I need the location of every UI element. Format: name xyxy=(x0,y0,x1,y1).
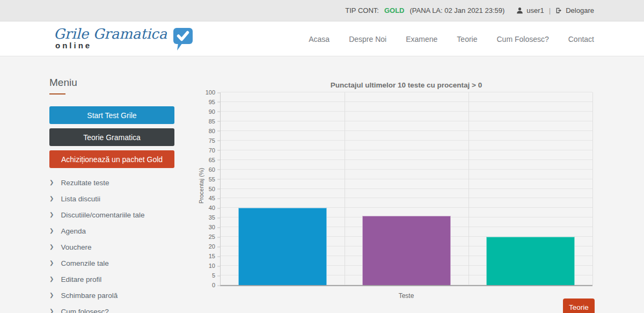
account-type-badge: GOLD xyxy=(384,6,405,14)
chart-bar xyxy=(486,237,574,285)
chart-ytick-label: 100 xyxy=(194,90,215,96)
chevron-right-icon: ❯ xyxy=(49,196,54,201)
account-info: TIP CONT: GOLD (PANA LA: 02 Jan 2021 23:… xyxy=(345,6,504,14)
chart-hgridline xyxy=(221,188,592,189)
chevron-right-icon: ❯ xyxy=(49,276,54,282)
chart-hgridline xyxy=(221,140,592,141)
username: user1 xyxy=(526,6,544,14)
chart-hgridline xyxy=(221,159,592,160)
chart-ytick-label: 0 xyxy=(194,282,215,288)
chart-bar xyxy=(238,208,326,285)
chart-title: Punctajul ultimelor 10 teste cu procenta… xyxy=(220,81,592,89)
nav-item-acasa[interactable]: Acasa xyxy=(309,35,330,43)
chart-ytick-label: 95 xyxy=(194,99,215,105)
sidebar-item-discutiile-comentariile-tale[interactable]: ❯Discutiile/comentariile tale xyxy=(49,207,174,223)
chart-ytick-label: 35 xyxy=(194,215,215,221)
chart-hgridline xyxy=(221,179,592,179)
nav-item-examene[interactable]: Examene xyxy=(406,35,437,43)
chart-ytick-label: 40 xyxy=(194,205,215,211)
chart-ytick-label: 5 xyxy=(194,273,215,279)
sidebar-item-lista-discutii[interactable]: ❯Lista discutii xyxy=(49,191,174,207)
sidebar-title: Meniu xyxy=(49,77,174,89)
speech-bubble-check-icon xyxy=(172,27,194,52)
chart-hgridline xyxy=(221,169,592,170)
nav-item-cum-folosesc[interactable]: Cum Folosesc? xyxy=(496,35,548,43)
chart-ytick-label: 25 xyxy=(194,234,215,240)
sidebar-item-schimbare-parola[interactable]: ❯Schimbare parolă xyxy=(49,287,174,303)
chart-hgridline xyxy=(221,130,592,131)
teorie-floating-button[interactable]: Teorie xyxy=(563,299,595,313)
chart-x-axis-label: Teste xyxy=(220,292,592,300)
page: TIP CONT: GOLD (PANA LA: 02 Jan 2021 23:… xyxy=(0,0,644,313)
sidebar: Meniu Start Test Grile Teorie Gramatica … xyxy=(49,77,174,313)
chart-ytick-label: 50 xyxy=(194,186,215,192)
chevron-right-icon: ❯ xyxy=(49,309,54,313)
account-label: TIP CONT: xyxy=(345,6,379,14)
chart-ytick-label: 30 xyxy=(194,224,215,230)
sidebar-item-cum-folosesc[interactable]: ❯Cum folosesc? xyxy=(49,303,174,313)
nav-item-contact[interactable]: Contact xyxy=(568,35,594,43)
start-test-grile-button[interactable]: Start Test Grile xyxy=(49,106,174,124)
nav-item-teorie[interactable]: Teorie xyxy=(457,35,477,43)
logout-icon xyxy=(555,7,562,14)
chevron-right-icon: ❯ xyxy=(49,260,54,266)
achizitioneaza-pachet-gold-button[interactable]: Achiziționează un pachet Gold xyxy=(49,150,174,168)
chart-ytick-label: 15 xyxy=(194,253,215,259)
chart-hgridline xyxy=(221,111,592,112)
logout-label: Delogare xyxy=(566,6,594,14)
chevron-right-icon: ❯ xyxy=(49,212,54,217)
chevron-right-icon: ❯ xyxy=(49,180,54,185)
header: Grile Gramatica online Acasa Despre Noi … xyxy=(0,21,644,56)
chart-ytick-label: 10 xyxy=(194,263,215,269)
chevron-right-icon: ❯ xyxy=(49,228,54,234)
user-icon xyxy=(516,7,523,14)
chart-hgridline xyxy=(221,198,592,198)
chart-hgridline xyxy=(221,150,592,150)
topbar: TIP CONT: GOLD (PANA LA: 02 Jan 2021 23:… xyxy=(0,0,644,21)
brand-logo[interactable]: Grile Gramatica online xyxy=(54,26,194,52)
chart-ytick-label: 90 xyxy=(194,108,215,114)
chevron-right-icon: ❯ xyxy=(49,293,54,298)
nav-item-despre-noi[interactable]: Despre Noi xyxy=(349,35,386,43)
main-nav: Acasa Despre Noi Examene Teorie Cum Folo… xyxy=(309,21,594,56)
account-until: (PANA LA: 02 Jan 2021 23:59) xyxy=(409,6,504,14)
sidebar-item-comenzile-tale[interactable]: ❯Comenzile tale xyxy=(49,255,174,271)
chart-ytick-label: 45 xyxy=(194,195,215,201)
brand-subtitle: online xyxy=(55,41,167,50)
chart-hgridline xyxy=(221,121,592,121)
chart-ytick-label: 20 xyxy=(194,244,215,250)
chart-ytick-label: 75 xyxy=(194,137,215,143)
chevron-right-icon: ❯ xyxy=(49,244,54,250)
chart-ytick-label: 65 xyxy=(194,157,215,163)
chart-ytick-label: 85 xyxy=(194,118,215,124)
topbar-separator: | xyxy=(549,6,551,14)
chart-ytick-label: 55 xyxy=(194,176,215,182)
chart-vgridline xyxy=(592,92,593,285)
chart-vgridline xyxy=(469,92,469,285)
logout-link[interactable]: Delogare xyxy=(555,6,594,14)
chart-bar xyxy=(362,216,450,285)
chart-hgridline xyxy=(221,92,592,92)
chart-ytick-label: 60 xyxy=(194,166,215,172)
sidebar-item-rezultate-teste[interactable]: ❯Rezultate teste xyxy=(49,174,174,191)
user-menu[interactable]: user1 xyxy=(516,6,544,14)
sidebar-title-underline xyxy=(49,93,65,94)
chart-vgridline xyxy=(345,92,345,285)
teorie-gramatica-button[interactable]: Teorie Gramatica xyxy=(49,128,174,146)
chart-hgridline xyxy=(221,101,592,102)
chart-plot: 0510152025303540455055606570758085909510… xyxy=(220,92,592,286)
sidebar-item-editare-profil[interactable]: ❯Editare profil xyxy=(49,271,174,287)
chart-ytick-label: 80 xyxy=(194,128,215,134)
brand-name: Grile Gramatica xyxy=(54,26,167,42)
sidebar-menu: ❯Rezultate teste ❯Lista discutii ❯Discut… xyxy=(49,174,174,313)
sidebar-item-vouchere[interactable]: ❯Vouchere xyxy=(49,239,174,255)
chart-ytick-label: 70 xyxy=(194,147,215,153)
sidebar-item-agenda[interactable]: ❯Agenda xyxy=(49,223,174,239)
